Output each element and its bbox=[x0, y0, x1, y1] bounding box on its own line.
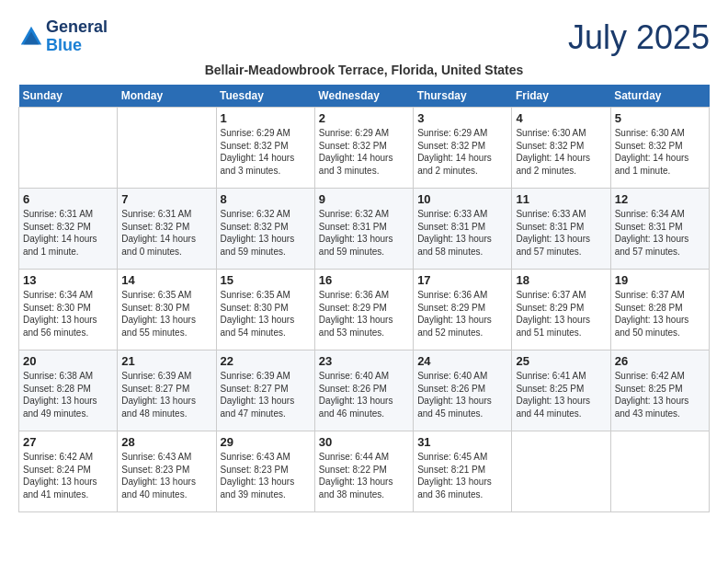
location-title: Bellair-Meadowbrook Terrace, Florida, Un… bbox=[18, 63, 710, 77]
day-info: Sunrise: 6:38 AMSunset: 8:28 PMDaylight:… bbox=[23, 370, 113, 419]
day-number: 19 bbox=[615, 273, 705, 287]
calendar-cell: 23Sunrise: 6:40 AMSunset: 8:26 PMDayligh… bbox=[314, 350, 413, 431]
day-info: Sunrise: 6:34 AMSunset: 8:30 PMDaylight:… bbox=[23, 289, 113, 339]
day-info: Sunrise: 6:40 AMSunset: 8:26 PMDaylight:… bbox=[319, 370, 409, 419]
weekday-header-monday: Monday bbox=[118, 85, 216, 108]
day-number: 17 bbox=[417, 273, 507, 287]
day-info: Sunrise: 6:43 AMSunset: 8:23 PMDaylight:… bbox=[121, 451, 211, 500]
day-info: Sunrise: 6:33 AMSunset: 8:31 PMDaylight:… bbox=[417, 208, 507, 258]
weekday-header-saturday: Saturday bbox=[610, 85, 709, 108]
day-number: 2 bbox=[319, 111, 409, 125]
calendar-cell: 8Sunrise: 6:32 AMSunset: 8:32 PMDaylight… bbox=[216, 189, 314, 270]
day-info: Sunrise: 6:35 AMSunset: 8:30 PMDaylight:… bbox=[221, 289, 311, 339]
calendar-cell: 27Sunrise: 6:42 AMSunset: 8:24 PMDayligh… bbox=[19, 431, 118, 512]
day-number: 27 bbox=[23, 435, 113, 449]
logo-text-blue: Blue bbox=[46, 37, 108, 55]
day-info: Sunrise: 6:42 AMSunset: 8:24 PMDaylight:… bbox=[23, 451, 113, 500]
weekday-header-sunday: Sunday bbox=[19, 85, 118, 108]
calendar-cell: 25Sunrise: 6:41 AMSunset: 8:25 PMDayligh… bbox=[512, 350, 610, 431]
calendar-cell: 17Sunrise: 6:36 AMSunset: 8:29 PMDayligh… bbox=[414, 270, 512, 350]
day-info: Sunrise: 6:40 AMSunset: 8:26 PMDaylight:… bbox=[417, 370, 507, 419]
month-title: July 2025 bbox=[568, 18, 710, 57]
day-number: 12 bbox=[615, 192, 705, 206]
page-header: General Blue July 2025 bbox=[18, 18, 710, 57]
day-number: 5 bbox=[615, 111, 705, 125]
day-info: Sunrise: 6:45 AMSunset: 8:21 PMDaylight:… bbox=[417, 451, 507, 500]
calendar-cell: 4Sunrise: 6:30 AMSunset: 8:32 PMDaylight… bbox=[512, 108, 610, 189]
day-number: 21 bbox=[121, 354, 211, 368]
day-number: 26 bbox=[615, 354, 705, 368]
weekday-header-row: SundayMondayTuesdayWednesdayThursdayFrid… bbox=[19, 85, 710, 108]
calendar-cell: 22Sunrise: 6:39 AMSunset: 8:27 PMDayligh… bbox=[216, 350, 314, 431]
calendar-table: SundayMondayTuesdayWednesdayThursdayFrid… bbox=[18, 85, 710, 512]
logo-text-general: General bbox=[46, 18, 108, 37]
logo: General Blue bbox=[18, 18, 108, 55]
day-number: 22 bbox=[221, 354, 311, 368]
day-info: Sunrise: 6:30 AMSunset: 8:32 PMDaylight:… bbox=[516, 127, 606, 177]
calendar-cell: 31Sunrise: 6:45 AMSunset: 8:21 PMDayligh… bbox=[414, 431, 512, 512]
weekday-header-thursday: Thursday bbox=[414, 85, 512, 108]
calendar-cell: 20Sunrise: 6:38 AMSunset: 8:28 PMDayligh… bbox=[19, 350, 118, 431]
calendar-cell: 16Sunrise: 6:36 AMSunset: 8:29 PMDayligh… bbox=[314, 270, 413, 350]
day-number: 8 bbox=[221, 192, 311, 206]
day-number: 18 bbox=[516, 273, 606, 287]
day-number: 9 bbox=[319, 192, 409, 206]
day-info: Sunrise: 6:37 AMSunset: 8:28 PMDaylight:… bbox=[615, 289, 705, 339]
day-info: Sunrise: 6:36 AMSunset: 8:29 PMDaylight:… bbox=[319, 289, 409, 339]
day-info: Sunrise: 6:39 AMSunset: 8:27 PMDaylight:… bbox=[221, 370, 311, 419]
logo-icon bbox=[18, 24, 44, 50]
day-number: 15 bbox=[221, 273, 311, 287]
day-number: 11 bbox=[516, 192, 606, 206]
calendar-cell: 19Sunrise: 6:37 AMSunset: 8:28 PMDayligh… bbox=[610, 270, 709, 350]
calendar-cell: 10Sunrise: 6:33 AMSunset: 8:31 PMDayligh… bbox=[414, 189, 512, 270]
day-number: 14 bbox=[121, 273, 211, 287]
day-info: Sunrise: 6:36 AMSunset: 8:29 PMDaylight:… bbox=[417, 289, 507, 339]
calendar-cell: 30Sunrise: 6:44 AMSunset: 8:22 PMDayligh… bbox=[314, 431, 413, 512]
calendar-cell: 6Sunrise: 6:31 AMSunset: 8:32 PMDaylight… bbox=[19, 189, 118, 270]
day-number: 31 bbox=[417, 435, 507, 449]
day-info: Sunrise: 6:31 AMSunset: 8:32 PMDaylight:… bbox=[23, 208, 113, 258]
day-number: 6 bbox=[23, 192, 113, 206]
title-section: July 2025 bbox=[568, 18, 710, 57]
day-number: 30 bbox=[319, 435, 409, 449]
calendar-cell: 7Sunrise: 6:31 AMSunset: 8:32 PMDaylight… bbox=[118, 189, 216, 270]
calendar-cell: 1Sunrise: 6:29 AMSunset: 8:32 PMDaylight… bbox=[216, 108, 314, 189]
calendar-cell: 18Sunrise: 6:37 AMSunset: 8:29 PMDayligh… bbox=[512, 270, 610, 350]
calendar-cell: 3Sunrise: 6:29 AMSunset: 8:32 PMDaylight… bbox=[414, 108, 512, 189]
day-info: Sunrise: 6:37 AMSunset: 8:29 PMDaylight:… bbox=[516, 289, 606, 339]
day-info: Sunrise: 6:32 AMSunset: 8:31 PMDaylight:… bbox=[319, 208, 409, 258]
day-number: 25 bbox=[516, 354, 606, 368]
day-info: Sunrise: 6:39 AMSunset: 8:27 PMDaylight:… bbox=[121, 370, 211, 419]
calendar-cell: 24Sunrise: 6:40 AMSunset: 8:26 PMDayligh… bbox=[414, 350, 512, 431]
day-info: Sunrise: 6:35 AMSunset: 8:30 PMDaylight:… bbox=[121, 289, 211, 339]
calendar-cell: 29Sunrise: 6:43 AMSunset: 8:23 PMDayligh… bbox=[216, 431, 314, 512]
calendar-cell bbox=[512, 431, 610, 512]
day-info: Sunrise: 6:34 AMSunset: 8:31 PMDaylight:… bbox=[615, 208, 705, 258]
calendar-cell bbox=[19, 108, 118, 189]
day-number: 28 bbox=[121, 435, 211, 449]
day-number: 29 bbox=[221, 435, 311, 449]
weekday-header-wednesday: Wednesday bbox=[314, 85, 413, 108]
calendar-cell bbox=[118, 108, 216, 189]
calendar-cell: 21Sunrise: 6:39 AMSunset: 8:27 PMDayligh… bbox=[118, 350, 216, 431]
day-number: 20 bbox=[23, 354, 113, 368]
calendar-cell: 28Sunrise: 6:43 AMSunset: 8:23 PMDayligh… bbox=[118, 431, 216, 512]
day-info: Sunrise: 6:44 AMSunset: 8:22 PMDaylight:… bbox=[319, 451, 409, 500]
day-number: 23 bbox=[319, 354, 409, 368]
week-row-3: 13Sunrise: 6:34 AMSunset: 8:30 PMDayligh… bbox=[19, 270, 710, 350]
day-info: Sunrise: 6:31 AMSunset: 8:32 PMDaylight:… bbox=[121, 208, 211, 258]
day-info: Sunrise: 6:33 AMSunset: 8:31 PMDaylight:… bbox=[516, 208, 606, 258]
day-info: Sunrise: 6:41 AMSunset: 8:25 PMDaylight:… bbox=[516, 370, 606, 419]
weekday-header-tuesday: Tuesday bbox=[216, 85, 314, 108]
calendar-cell bbox=[610, 431, 709, 512]
calendar-cell: 9Sunrise: 6:32 AMSunset: 8:31 PMDaylight… bbox=[314, 189, 413, 270]
day-info: Sunrise: 6:29 AMSunset: 8:32 PMDaylight:… bbox=[417, 127, 507, 177]
day-number: 4 bbox=[516, 111, 606, 125]
day-number: 7 bbox=[121, 192, 211, 206]
day-info: Sunrise: 6:30 AMSunset: 8:32 PMDaylight:… bbox=[615, 127, 705, 177]
week-row-2: 6Sunrise: 6:31 AMSunset: 8:32 PMDaylight… bbox=[19, 189, 710, 270]
day-info: Sunrise: 6:29 AMSunset: 8:32 PMDaylight:… bbox=[319, 127, 409, 177]
calendar-cell: 15Sunrise: 6:35 AMSunset: 8:30 PMDayligh… bbox=[216, 270, 314, 350]
day-number: 16 bbox=[319, 273, 409, 287]
calendar-cell: 13Sunrise: 6:34 AMSunset: 8:30 PMDayligh… bbox=[19, 270, 118, 350]
